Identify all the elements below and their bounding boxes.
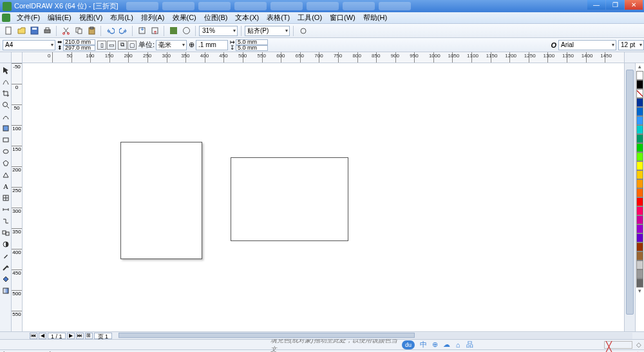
hint-icon-1[interactable]: 中 bbox=[419, 340, 428, 349]
color-swatch[interactable] bbox=[636, 242, 643, 251]
app-launcher-button[interactable] bbox=[167, 25, 179, 37]
minimize-button[interactable]: — bbox=[587, 0, 605, 10]
color-swatch[interactable] bbox=[636, 152, 643, 161]
font-dropdown[interactable]: Arial▾ bbox=[558, 40, 616, 50]
color-swatch[interactable] bbox=[636, 125, 643, 134]
color-swatch[interactable] bbox=[636, 80, 643, 89]
color-swatch[interactable] bbox=[636, 224, 643, 233]
eyedropper-tool[interactable] bbox=[1, 251, 10, 260]
prev-page-button[interactable]: ◀ bbox=[39, 333, 46, 339]
new-button[interactable] bbox=[3, 25, 14, 37]
menu-text[interactable]: 文本(X) bbox=[231, 12, 263, 23]
menu-layout[interactable]: 布局(L) bbox=[106, 12, 137, 23]
outline-tool[interactable] bbox=[1, 262, 10, 272]
blend-tool[interactable] bbox=[1, 228, 10, 237]
text-tool[interactable]: A bbox=[1, 181, 10, 191]
color-swatch[interactable] bbox=[636, 116, 643, 125]
close-button[interactable]: ✕ bbox=[625, 0, 643, 10]
color-swatch[interactable] bbox=[636, 206, 643, 215]
hint-icon-2[interactable]: ⊕ bbox=[430, 340, 439, 349]
menu-view[interactable]: 视图(V) bbox=[75, 12, 107, 23]
vertical-ruler[interactable]: -50050100150200250300350400450500550600 bbox=[12, 63, 23, 331]
color-swatch[interactable] bbox=[636, 197, 643, 206]
pick-tool[interactable] bbox=[1, 65, 10, 75]
color-swatch[interactable] bbox=[636, 260, 643, 269]
color-swatch[interactable] bbox=[636, 89, 643, 98]
import-button[interactable] bbox=[136, 25, 147, 37]
table-tool[interactable] bbox=[1, 193, 10, 202]
menu-window[interactable]: 窗口(W) bbox=[326, 12, 359, 23]
horizontal-scrollbar[interactable] bbox=[118, 333, 632, 339]
palette-down[interactable]: ▾ bbox=[636, 288, 644, 295]
undo-button[interactable] bbox=[104, 25, 116, 37]
page-preset-dropdown[interactable]: A4▾ bbox=[3, 40, 55, 50]
page-1[interactable] bbox=[120, 142, 202, 259]
menu-bitmaps[interactable]: 位图(B) bbox=[200, 12, 232, 23]
next-page-button[interactable]: ▶ bbox=[67, 333, 75, 339]
color-swatch[interactable] bbox=[636, 215, 643, 224]
dup-x-input[interactable] bbox=[236, 39, 268, 45]
polygon-tool[interactable] bbox=[1, 158, 10, 168]
menu-help[interactable]: 帮助(H) bbox=[359, 12, 391, 23]
zoom-tool[interactable] bbox=[1, 100, 10, 110]
maximize-button[interactable]: ❐ bbox=[606, 0, 624, 10]
connector-tool[interactable] bbox=[1, 216, 10, 226]
color-swatch[interactable] bbox=[636, 279, 643, 288]
vertical-scrollbar[interactable] bbox=[624, 63, 635, 331]
page-width-input[interactable] bbox=[63, 39, 95, 45]
fill-tool[interactable] bbox=[1, 274, 10, 284]
rectangle-tool[interactable] bbox=[1, 135, 10, 144]
outline-indicator[interactable]: ◇ bbox=[636, 341, 641, 348]
ruler-origin[interactable] bbox=[12, 52, 23, 63]
open-button[interactable] bbox=[15, 25, 27, 37]
menu-effects[interactable]: 效果(C) bbox=[169, 12, 200, 23]
hint-icon-3[interactable]: ☁ bbox=[442, 340, 451, 349]
copy-button[interactable] bbox=[73, 25, 84, 37]
page-height-input[interactable] bbox=[63, 45, 95, 51]
font-size-dropdown[interactable]: 12 pt▾ bbox=[618, 40, 644, 50]
menu-edit[interactable]: 编辑(E) bbox=[44, 12, 75, 23]
freehand-tool[interactable] bbox=[1, 112, 10, 121]
rectangle-object[interactable] bbox=[231, 157, 348, 241]
portrait-button[interactable]: ▯ bbox=[97, 41, 106, 50]
landscape-button[interactable]: ▭ bbox=[107, 41, 116, 50]
color-swatch[interactable] bbox=[636, 188, 643, 197]
hint-icon-5[interactable]: 品 bbox=[465, 340, 474, 349]
paste-button[interactable] bbox=[86, 25, 97, 37]
units-dropdown[interactable]: 毫米▾ bbox=[156, 40, 187, 50]
color-swatch[interactable] bbox=[636, 143, 643, 152]
save-button[interactable] bbox=[28, 25, 40, 37]
dup-y-input[interactable] bbox=[236, 45, 268, 51]
interactive-fill-tool[interactable] bbox=[1, 286, 10, 295]
basic-shapes-tool[interactable] bbox=[1, 170, 10, 179]
color-swatch[interactable] bbox=[636, 251, 643, 260]
first-page-button[interactable]: ⏮ bbox=[30, 333, 37, 339]
redo-button[interactable] bbox=[117, 25, 129, 37]
color-swatch[interactable] bbox=[636, 107, 643, 116]
color-swatch[interactable] bbox=[636, 161, 643, 170]
current-page-button[interactable]: ▢ bbox=[128, 41, 137, 50]
snap-dropdown[interactable]: 贴齐(P)▾ bbox=[245, 26, 290, 36]
options-button[interactable] bbox=[297, 25, 308, 37]
baidu-icon[interactable]: du bbox=[402, 340, 415, 349]
welcome-button[interactable] bbox=[180, 25, 192, 37]
color-swatch[interactable] bbox=[636, 98, 643, 107]
menu-file[interactable]: 文件(F) bbox=[13, 12, 44, 23]
hint-icon-4[interactable]: ⌂ bbox=[453, 340, 462, 349]
last-page-button[interactable]: ⏭ bbox=[76, 333, 84, 339]
color-swatch[interactable] bbox=[636, 134, 643, 143]
all-pages-button[interactable]: ⧉ bbox=[118, 41, 127, 50]
color-swatch[interactable] bbox=[636, 269, 643, 279]
ellipse-tool[interactable] bbox=[1, 146, 10, 156]
menu-tools[interactable]: 工具(O) bbox=[294, 12, 326, 23]
dimension-tool[interactable] bbox=[1, 204, 10, 214]
shape-tool[interactable] bbox=[1, 77, 10, 86]
nudge-input[interactable]: .1 mm bbox=[196, 40, 228, 50]
fill-indicator[interactable]: ╳ bbox=[604, 341, 632, 349]
page-tab-1[interactable]: 页 1 bbox=[94, 333, 113, 339]
palette-up[interactable]: ▴ bbox=[636, 63, 644, 71]
cut-button[interactable] bbox=[60, 25, 71, 37]
color-swatch[interactable] bbox=[636, 179, 643, 188]
canvas[interactable] bbox=[23, 63, 624, 331]
color-swatch[interactable] bbox=[636, 71, 643, 80]
